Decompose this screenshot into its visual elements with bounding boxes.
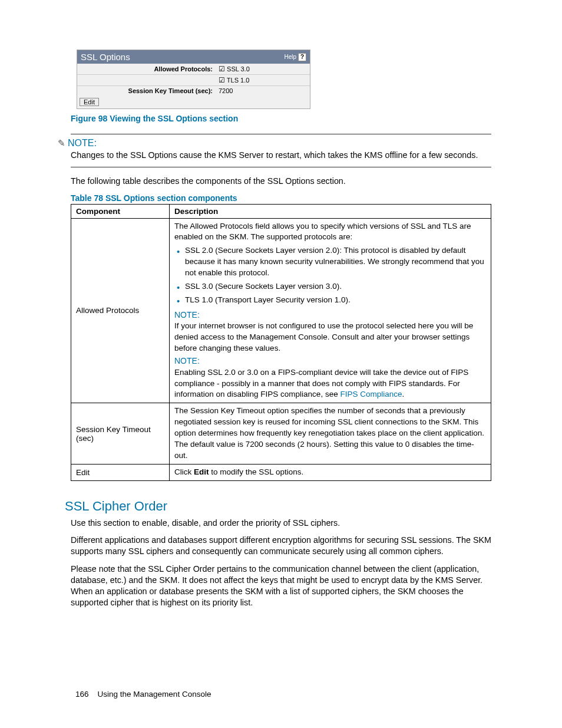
components-table: Component Description Allowed Protocols …	[71, 204, 491, 481]
divider-bottom	[71, 167, 491, 167]
panel-header: SSL Options Help ?	[77, 50, 310, 64]
inline-note-label: NOTE:	[174, 309, 486, 321]
note-icon: ✎	[58, 138, 65, 149]
cell-description: The Session Key Timeout option specifies…	[170, 403, 491, 464]
table-caption: Table 78 SSL Options section components	[71, 193, 491, 203]
timeout-value: 7200	[219, 87, 310, 94]
section-heading: SSL Cipher Order	[65, 499, 491, 514]
ssl30-checkbox[interactable]: ☑	[219, 65, 225, 73]
cell-description: Click Edit to modify the SSL options.	[170, 464, 491, 480]
table-row: Edit Click Edit to modify the SSL option…	[71, 464, 491, 480]
bullet-item: SSL 2.0 (Secure Sockets Layer version 2.…	[185, 245, 486, 279]
panel-title: SSL Options	[81, 52, 130, 62]
section-p2: Different applications and databases sup…	[71, 535, 491, 558]
timeout-label: Session Key Timeout (sec):	[77, 87, 219, 94]
cell-component: Allowed Protocols	[71, 218, 170, 403]
inline-note-label: NOTE:	[174, 355, 486, 367]
table-row: Allowed Protocols The Allowed Protocols …	[71, 218, 491, 403]
note-label: NOTE:	[68, 138, 97, 149]
th-component: Component	[71, 204, 170, 218]
footer-title: Using the Management Console	[98, 690, 211, 699]
page-footer: 166 Using the Management Console	[75, 690, 211, 699]
section-p1: Use this section to enable, disable, and…	[71, 518, 491, 529]
divider-top	[71, 134, 491, 134]
table-row: Session Key Timeout (sec) The Session Ke…	[71, 403, 491, 464]
cell-description: The Allowed Protocols field allows you t…	[170, 218, 491, 403]
tls10-checkbox[interactable]: ☑	[219, 76, 225, 84]
tls10-label: TLS 1.0	[227, 77, 250, 84]
inline-note-text: Enabling SSL 2.0 or 3.0 on a FIPS-compli…	[174, 367, 486, 401]
cell-component: Session Key Timeout (sec)	[71, 403, 170, 464]
note-text: Changes to the SSL Options cause the KMS…	[71, 150, 491, 161]
section-p3: Please note that the SSL Cipher Order pe…	[71, 564, 491, 609]
th-description: Description	[170, 204, 491, 218]
inline-note-text: If your internet browser is not configur…	[174, 321, 486, 354]
ssl-options-panel: SSL Options Help ? Allowed Protocols: ☑ …	[77, 50, 310, 109]
edit-button[interactable]: Edit	[80, 98, 99, 106]
allowed-protocols-label: Allowed Protocols:	[77, 65, 219, 73]
panel-body: Allowed Protocols: ☑ SSL 3.0 ☑ TLS 1.0 S…	[77, 64, 310, 95]
figure-caption: Figure 98 Viewing the SSL Options sectio…	[71, 114, 491, 123]
cell-component: Edit	[71, 464, 170, 480]
fips-compliance-link[interactable]: FIPS Compliance	[340, 390, 402, 398]
intro-text: The following table describes the compon…	[71, 176, 491, 187]
bullet-item: SSL 3.0 (Secure Sockets Layer version 3.…	[185, 281, 486, 292]
bullet-item: TLS 1.0 (Transport Layer Security versio…	[185, 295, 486, 306]
page-number: 166	[75, 690, 89, 699]
ssl30-label: SSL 3.0	[227, 65, 250, 73]
help-icon: ?	[298, 53, 306, 61]
help-link[interactable]: Help ?	[284, 53, 306, 61]
